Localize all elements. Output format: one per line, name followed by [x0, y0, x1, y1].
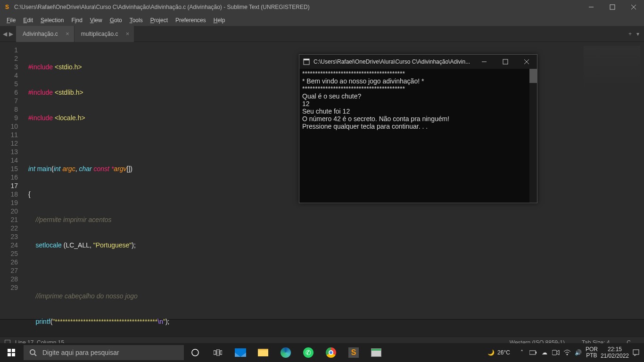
tray-chevron-icon[interactable]: ˄ — [518, 349, 526, 356]
taskbar-search[interactable]: Digite aqui para pesquisar — [24, 345, 184, 360]
menu-preferences[interactable]: Preferences — [172, 17, 210, 24]
weather-temp: 26°C — [497, 349, 510, 356]
menu-project[interactable]: Project — [147, 17, 172, 24]
svg-rect-13 — [12, 353, 15, 356]
line-number[interactable]: 9 — [0, 114, 18, 122]
line-number[interactable]: 19 — [0, 198, 18, 207]
tab-multiplicacao[interactable]: multiplicação.c × — [74, 26, 134, 42]
svg-rect-11 — [12, 349, 15, 352]
window-titlebar: S C:\Users\Rafael\OneDrive\Alura\Curso C… — [0, 0, 644, 14]
cortana-icon[interactable] — [184, 343, 206, 362]
svg-rect-24 — [633, 350, 639, 354]
line-number[interactable]: 1 — [0, 46, 18, 54]
svg-point-14 — [30, 350, 35, 354]
weather-widget[interactable]: 🌙 26°C — [487, 349, 510, 356]
console-scrollbar[interactable] — [529, 69, 537, 203]
svg-line-15 — [34, 354, 36, 356]
tray-wifi-icon[interactable] — [563, 349, 571, 356]
line-number[interactable]: 2 — [0, 54, 18, 63]
console-minimize-button[interactable] — [473, 55, 495, 69]
console-close-button[interactable] — [516, 55, 537, 69]
line-number[interactable]: 29 — [0, 283, 18, 292]
menu-goto[interactable]: Goto — [106, 17, 126, 24]
start-button[interactable] — [0, 343, 23, 362]
tab-nav-back-icon[interactable]: ◀ — [3, 31, 7, 37]
line-number[interactable]: 21 — [0, 215, 18, 224]
console-icon — [299, 58, 314, 65]
minimap[interactable] — [578, 42, 644, 319]
line-number[interactable]: 3 — [0, 63, 18, 71]
tray-clock[interactable]: 22:1521/02/2022 — [601, 346, 629, 359]
line-number[interactable]: 8 — [0, 105, 18, 114]
line-number[interactable]: 5 — [0, 80, 18, 88]
line-number[interactable]: 17 — [0, 181, 18, 190]
app-icon: S — [0, 4, 14, 10]
mail-app-icon[interactable] — [229, 343, 252, 362]
svg-rect-18 — [217, 349, 219, 356]
tab-bar: ◀ ▶ Adivinhação.c × multiplicação.c × + … — [0, 26, 644, 42]
svg-rect-19 — [220, 351, 222, 354]
line-number[interactable]: 10 — [0, 122, 18, 131]
line-number[interactable]: 14 — [0, 156, 18, 165]
tray-meet-now-icon[interactable] — [552, 350, 560, 355]
search-placeholder: Digite aqui para pesquisar — [42, 349, 119, 356]
console-maximize-button[interactable] — [495, 55, 516, 69]
line-number[interactable]: 28 — [0, 275, 18, 283]
svg-rect-21 — [536, 352, 537, 354]
svg-rect-10 — [8, 349, 11, 352]
tray-onedrive-icon[interactable]: ☁ — [540, 349, 549, 356]
tab-adivinhacao[interactable]: Adivinhação.c × — [16, 26, 74, 42]
line-number[interactable]: 23 — [0, 232, 18, 241]
sublime-taskbar-icon[interactable]: S — [342, 343, 365, 362]
menu-selection[interactable]: Selection — [37, 17, 67, 24]
chrome-icon[interactable] — [320, 343, 342, 362]
svg-rect-5 — [304, 59, 309, 60]
line-number[interactable]: 4 — [0, 71, 18, 80]
menu-tools[interactable]: Tools — [126, 17, 147, 24]
system-tray: 🌙 26°C ˄ ☁ 🔊 PORPTB 22:1521/02/2022 — [487, 346, 644, 359]
tray-language[interactable]: PORPTB — [586, 346, 598, 359]
menu-edit[interactable]: Edit — [19, 17, 37, 24]
menu-help[interactable]: Help — [210, 17, 229, 24]
edge-icon[interactable] — [274, 343, 297, 362]
line-number[interactable]: 7 — [0, 97, 18, 105]
task-view-icon[interactable] — [206, 343, 229, 362]
new-tab-icon[interactable]: + — [628, 31, 632, 37]
line-gutter[interactable]: 1234567891011121314151617181920212223242… — [0, 42, 24, 319]
tray-notifications-icon[interactable] — [632, 349, 640, 356]
window-minimize-button[interactable] — [580, 0, 602, 14]
tray-volume-icon[interactable]: 🔊 — [574, 349, 583, 356]
line-number[interactable]: 13 — [0, 148, 18, 156]
menu-find[interactable]: Find — [67, 17, 86, 24]
tab-close-icon[interactable]: × — [126, 30, 130, 37]
line-number[interactable]: 22 — [0, 224, 18, 232]
console-window: C:\Users\Rafael\OneDrive\Alura\Curso C\A… — [299, 54, 537, 203]
line-number[interactable]: 24 — [0, 241, 18, 249]
console-titlebar[interactable]: C:\Users\Rafael\OneDrive\Alura\Curso C\A… — [299, 55, 537, 69]
window-close-button[interactable] — [623, 0, 644, 14]
line-number[interactable]: 11 — [0, 131, 18, 139]
line-number[interactable]: 15 — [0, 165, 18, 173]
explorer-icon[interactable] — [252, 343, 274, 362]
window-title: C:\Users\Rafael\OneDrive\Alura\Curso C\A… — [14, 4, 580, 10]
console-taskbar-icon[interactable] — [365, 343, 388, 362]
tab-close-icon[interactable]: × — [66, 30, 69, 37]
menu-view[interactable]: View — [86, 17, 106, 24]
window-maximize-button[interactable] — [602, 0, 623, 14]
line-number[interactable]: 25 — [0, 249, 18, 258]
line-number[interactable]: 26 — [0, 258, 18, 266]
console-output[interactable]: ****************************************… — [299, 69, 537, 203]
line-number[interactable]: 16 — [0, 173, 18, 181]
tray-battery-icon[interactable] — [529, 350, 537, 355]
tab-dropdown-icon[interactable]: ▾ — [636, 31, 639, 37]
line-number[interactable]: 6 — [0, 88, 18, 97]
whatsapp-icon[interactable]: ✆ — [297, 343, 320, 362]
tab-nav-forward-icon[interactable]: ▶ — [9, 31, 13, 37]
line-number[interactable]: 18 — [0, 190, 18, 198]
line-number[interactable]: 20 — [0, 207, 18, 215]
line-number[interactable]: 27 — [0, 266, 18, 275]
line-number[interactable]: 12 — [0, 139, 18, 148]
tab-label: Adivinhação.c — [23, 31, 58, 37]
windows-taskbar: Digite aqui para pesquisar ✆ S 🌙 26°C ˄ … — [0, 343, 644, 362]
menu-file[interactable]: File — [3, 17, 19, 24]
